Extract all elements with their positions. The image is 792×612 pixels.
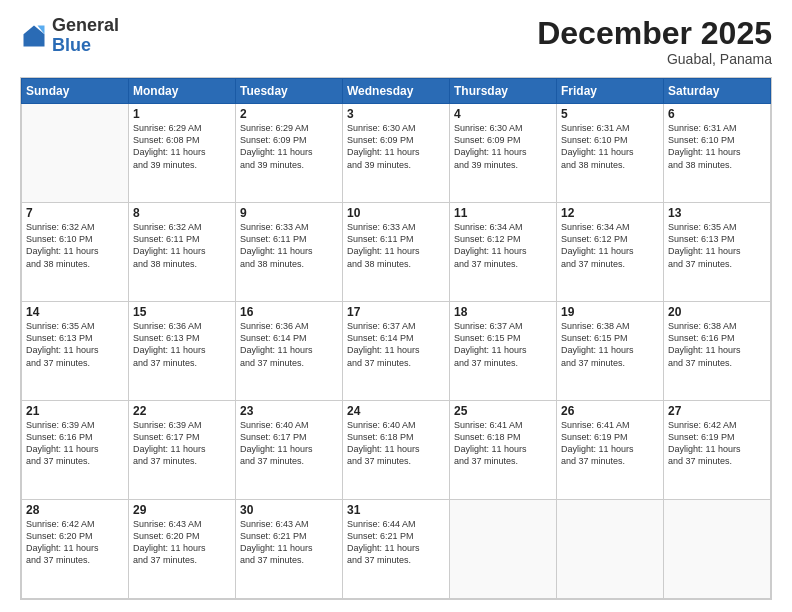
calendar-cell: 24Sunrise: 6:40 AM Sunset: 6:18 PM Dayli… [343,401,450,500]
week-row-5: 28Sunrise: 6:42 AM Sunset: 6:20 PM Dayli… [22,500,771,599]
page: General Blue December 2025 Guabal, Panam… [0,0,792,612]
day-number: 1 [133,107,231,121]
day-info: Sunrise: 6:34 AM Sunset: 6:12 PM Dayligh… [561,221,659,270]
calendar-cell: 3Sunrise: 6:30 AM Sunset: 6:09 PM Daylig… [343,104,450,203]
logo-general: General [52,15,119,35]
day-number: 6 [668,107,766,121]
day-number: 16 [240,305,338,319]
day-number: 13 [668,206,766,220]
calendar-cell: 18Sunrise: 6:37 AM Sunset: 6:15 PM Dayli… [450,302,557,401]
day-info: Sunrise: 6:41 AM Sunset: 6:19 PM Dayligh… [561,419,659,468]
calendar-cell: 23Sunrise: 6:40 AM Sunset: 6:17 PM Dayli… [236,401,343,500]
day-number: 31 [347,503,445,517]
day-info: Sunrise: 6:30 AM Sunset: 6:09 PM Dayligh… [347,122,445,171]
header: General Blue December 2025 Guabal, Panam… [20,16,772,67]
day-number: 29 [133,503,231,517]
calendar-cell: 8Sunrise: 6:32 AM Sunset: 6:11 PM Daylig… [129,203,236,302]
calendar-table: Sunday Monday Tuesday Wednesday Thursday… [21,78,771,599]
day-info: Sunrise: 6:39 AM Sunset: 6:16 PM Dayligh… [26,419,124,468]
col-thursday: Thursday [450,79,557,104]
calendar-cell: 14Sunrise: 6:35 AM Sunset: 6:13 PM Dayli… [22,302,129,401]
day-info: Sunrise: 6:35 AM Sunset: 6:13 PM Dayligh… [26,320,124,369]
day-info: Sunrise: 6:43 AM Sunset: 6:21 PM Dayligh… [240,518,338,567]
calendar-cell: 7Sunrise: 6:32 AM Sunset: 6:10 PM Daylig… [22,203,129,302]
day-number: 30 [240,503,338,517]
logo: General Blue [20,16,119,56]
day-number: 27 [668,404,766,418]
day-number: 10 [347,206,445,220]
day-number: 15 [133,305,231,319]
calendar-cell: 13Sunrise: 6:35 AM Sunset: 6:13 PM Dayli… [664,203,771,302]
location-subtitle: Guabal, Panama [537,51,772,67]
day-info: Sunrise: 6:38 AM Sunset: 6:15 PM Dayligh… [561,320,659,369]
calendar-cell: 4Sunrise: 6:30 AM Sunset: 6:09 PM Daylig… [450,104,557,203]
day-number: 9 [240,206,338,220]
day-number: 14 [26,305,124,319]
day-info: Sunrise: 6:42 AM Sunset: 6:19 PM Dayligh… [668,419,766,468]
day-number: 25 [454,404,552,418]
calendar-cell: 16Sunrise: 6:36 AM Sunset: 6:14 PM Dayli… [236,302,343,401]
day-info: Sunrise: 6:37 AM Sunset: 6:15 PM Dayligh… [454,320,552,369]
calendar-cell: 25Sunrise: 6:41 AM Sunset: 6:18 PM Dayli… [450,401,557,500]
day-info: Sunrise: 6:39 AM Sunset: 6:17 PM Dayligh… [133,419,231,468]
month-title: December 2025 [537,16,772,51]
day-info: Sunrise: 6:33 AM Sunset: 6:11 PM Dayligh… [240,221,338,270]
day-info: Sunrise: 6:38 AM Sunset: 6:16 PM Dayligh… [668,320,766,369]
calendar-cell: 30Sunrise: 6:43 AM Sunset: 6:21 PM Dayli… [236,500,343,599]
calendar-cell: 27Sunrise: 6:42 AM Sunset: 6:19 PM Dayli… [664,401,771,500]
day-number: 11 [454,206,552,220]
day-info: Sunrise: 6:30 AM Sunset: 6:09 PM Dayligh… [454,122,552,171]
calendar-cell [22,104,129,203]
calendar-cell [557,500,664,599]
header-row: Sunday Monday Tuesday Wednesday Thursday… [22,79,771,104]
calendar-cell: 29Sunrise: 6:43 AM Sunset: 6:20 PM Dayli… [129,500,236,599]
day-number: 8 [133,206,231,220]
calendar-cell: 20Sunrise: 6:38 AM Sunset: 6:16 PM Dayli… [664,302,771,401]
calendar-cell [450,500,557,599]
day-info: Sunrise: 6:32 AM Sunset: 6:11 PM Dayligh… [133,221,231,270]
day-number: 22 [133,404,231,418]
day-number: 12 [561,206,659,220]
week-row-1: 1Sunrise: 6:29 AM Sunset: 6:08 PM Daylig… [22,104,771,203]
day-number: 7 [26,206,124,220]
calendar-cell: 9Sunrise: 6:33 AM Sunset: 6:11 PM Daylig… [236,203,343,302]
calendar-cell: 15Sunrise: 6:36 AM Sunset: 6:13 PM Dayli… [129,302,236,401]
calendar-cell: 19Sunrise: 6:38 AM Sunset: 6:15 PM Dayli… [557,302,664,401]
day-info: Sunrise: 6:40 AM Sunset: 6:18 PM Dayligh… [347,419,445,468]
calendar-cell: 21Sunrise: 6:39 AM Sunset: 6:16 PM Dayli… [22,401,129,500]
day-info: Sunrise: 6:29 AM Sunset: 6:08 PM Dayligh… [133,122,231,171]
day-info: Sunrise: 6:43 AM Sunset: 6:20 PM Dayligh… [133,518,231,567]
day-number: 4 [454,107,552,121]
calendar-cell: 5Sunrise: 6:31 AM Sunset: 6:10 PM Daylig… [557,104,664,203]
day-info: Sunrise: 6:29 AM Sunset: 6:09 PM Dayligh… [240,122,338,171]
col-sunday: Sunday [22,79,129,104]
day-info: Sunrise: 6:31 AM Sunset: 6:10 PM Dayligh… [668,122,766,171]
logo-text: General Blue [52,16,119,56]
day-number: 18 [454,305,552,319]
calendar-cell: 10Sunrise: 6:33 AM Sunset: 6:11 PM Dayli… [343,203,450,302]
col-monday: Monday [129,79,236,104]
day-info: Sunrise: 6:40 AM Sunset: 6:17 PM Dayligh… [240,419,338,468]
calendar-cell: 1Sunrise: 6:29 AM Sunset: 6:08 PM Daylig… [129,104,236,203]
day-info: Sunrise: 6:42 AM Sunset: 6:20 PM Dayligh… [26,518,124,567]
calendar-cell: 6Sunrise: 6:31 AM Sunset: 6:10 PM Daylig… [664,104,771,203]
day-info: Sunrise: 6:36 AM Sunset: 6:14 PM Dayligh… [240,320,338,369]
calendar-cell: 26Sunrise: 6:41 AM Sunset: 6:19 PM Dayli… [557,401,664,500]
day-info: Sunrise: 6:33 AM Sunset: 6:11 PM Dayligh… [347,221,445,270]
calendar-body: 1Sunrise: 6:29 AM Sunset: 6:08 PM Daylig… [22,104,771,599]
day-number: 21 [26,404,124,418]
col-wednesday: Wednesday [343,79,450,104]
day-info: Sunrise: 6:41 AM Sunset: 6:18 PM Dayligh… [454,419,552,468]
col-saturday: Saturday [664,79,771,104]
week-row-4: 21Sunrise: 6:39 AM Sunset: 6:16 PM Dayli… [22,401,771,500]
calendar-cell: 2Sunrise: 6:29 AM Sunset: 6:09 PM Daylig… [236,104,343,203]
day-info: Sunrise: 6:31 AM Sunset: 6:10 PM Dayligh… [561,122,659,171]
logo-blue: Blue [52,35,91,55]
day-number: 3 [347,107,445,121]
calendar-cell: 22Sunrise: 6:39 AM Sunset: 6:17 PM Dayli… [129,401,236,500]
day-number: 5 [561,107,659,121]
day-number: 26 [561,404,659,418]
calendar-cell: 31Sunrise: 6:44 AM Sunset: 6:21 PM Dayli… [343,500,450,599]
day-info: Sunrise: 6:34 AM Sunset: 6:12 PM Dayligh… [454,221,552,270]
calendar: Sunday Monday Tuesday Wednesday Thursday… [20,77,772,600]
